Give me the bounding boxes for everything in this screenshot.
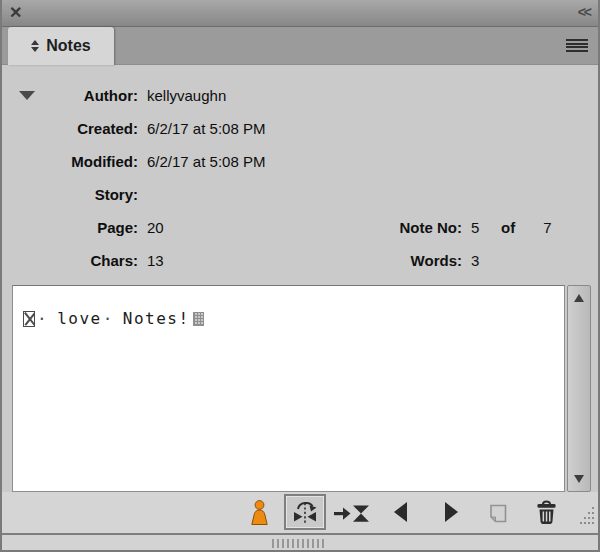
words-value: 3 <box>471 252 501 269</box>
note-word: Notes! <box>123 309 190 328</box>
words-group: Words: 3 <box>357 244 501 277</box>
author-label: Author: <box>2 87 138 104</box>
space-marker: · <box>37 309 48 328</box>
space-marker: · <box>103 309 114 328</box>
modified-label: Modified: <box>2 153 138 170</box>
next-note-icon[interactable] <box>445 502 458 522</box>
previous-note-icon[interactable] <box>394 502 407 522</box>
panel-toggle-icon[interactable] <box>31 40 39 52</box>
panel-titlebar[interactable]: ✕ << <box>0 0 600 27</box>
page-value: 20 <box>147 219 164 236</box>
note-info-section: Author: kellyvaughn Created: 6/2/17 at 5… <box>2 65 598 285</box>
scroll-down-icon[interactable] <box>574 475 584 483</box>
resize-grip-icon[interactable] <box>579 506 596 532</box>
go-to-note-icon[interactable] <box>334 504 370 527</box>
close-icon[interactable]: ✕ <box>9 3 22 22</box>
notes-panel: ✕ << Notes Author: kellyvaughn Created: … <box>0 0 600 552</box>
chevron-down-icon <box>31 47 39 52</box>
note-no-value: 5 <box>471 219 501 236</box>
chevron-up-icon <box>31 40 39 45</box>
panel-resize-handle-icon[interactable] <box>272 539 326 548</box>
panel-bottom-strip <box>2 533 598 552</box>
note-total-value: 7 <box>543 219 551 236</box>
page-row: Page: 20 Note No: 5 of 7 <box>2 211 598 244</box>
go-to-note-anchor-button[interactable] <box>284 494 326 530</box>
author-value: kellyvaughn <box>147 87 226 104</box>
modified-value: 6/2/17 at 5:08 PM <box>147 153 265 170</box>
created-row: Created: 6/2/17 at 5:08 PM <box>2 112 598 145</box>
created-label: Created: <box>2 120 138 137</box>
note-no-label: Note No: <box>357 219 462 236</box>
modified-row: Modified: 6/2/17 at 5:08 PM <box>2 145 598 178</box>
chars-row: Chars: 13 Words: 3 <box>2 244 598 277</box>
of-label: of <box>501 219 515 236</box>
story-label: Story: <box>2 186 138 203</box>
note-number-group: Note No: 5 of 7 <box>357 211 552 244</box>
chars-label: Chars: <box>2 252 138 269</box>
note-text-line[interactable]: · love · Notes! <box>23 309 564 328</box>
page-label: Page: <box>2 219 138 236</box>
note-anchor-glyph <box>23 311 35 327</box>
editor-scrollbar[interactable] <box>567 285 591 492</box>
panel-menu-icon[interactable] <box>566 39 588 52</box>
tab-label: Notes <box>46 37 90 55</box>
new-note-icon[interactable] <box>486 502 509 529</box>
author-row: Author: kellyvaughn <box>2 79 598 112</box>
tab-bar: Notes <box>0 27 600 65</box>
notes-toolbar <box>2 492 598 533</box>
end-of-note-marker-icon <box>193 312 204 326</box>
collapse-panel-icon[interactable]: << <box>578 4 590 20</box>
tab-notes[interactable]: Notes <box>8 27 114 65</box>
user-icon[interactable] <box>248 499 271 530</box>
created-value: 6/2/17 at 5:08 PM <box>147 120 265 137</box>
chars-value: 13 <box>147 252 164 269</box>
story-row: Story: <box>2 178 598 211</box>
words-label: Words: <box>357 252 462 269</box>
scroll-up-icon[interactable] <box>574 294 584 302</box>
note-text-editor[interactable]: · love · Notes! <box>12 285 565 492</box>
note-word: love <box>57 309 102 328</box>
delete-note-icon[interactable] <box>535 499 558 529</box>
go-to-note-anchor-icon <box>290 499 320 526</box>
